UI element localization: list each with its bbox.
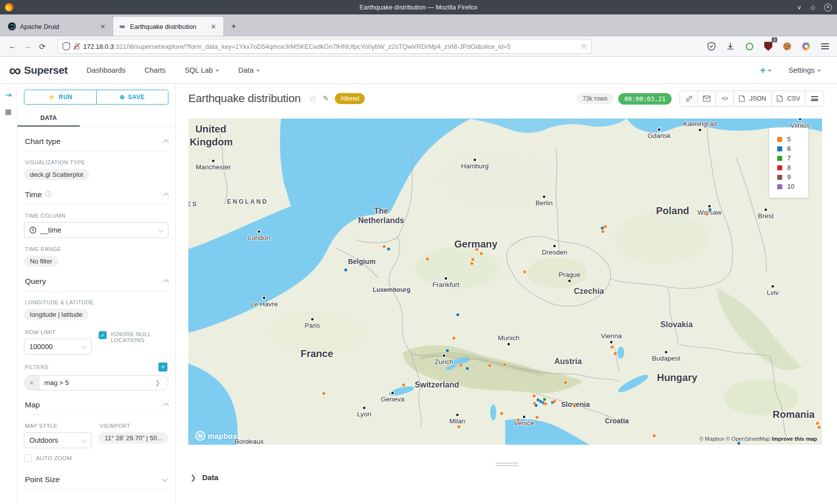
map-legend: 5678910 bbox=[769, 128, 808, 198]
legend-label: 8 bbox=[787, 164, 791, 171]
nav-settings[interactable]: Settings bbox=[789, 66, 821, 74]
chevron-right-icon[interactable]: ❯ bbox=[155, 379, 168, 386]
remove-filter-icon[interactable]: ✕ bbox=[24, 376, 39, 390]
legend-swatch bbox=[777, 184, 782, 189]
nav-sql-lab[interactable]: SQL Lab bbox=[185, 66, 220, 74]
scatter-point bbox=[344, 268, 347, 271]
browser-tab-apache-druid[interactable]: Apache Druid ✕ bbox=[3, 17, 113, 36]
expand-panel-icon[interactable]: ⇥ bbox=[5, 91, 11, 100]
section-chart-type[interactable]: Chart type bbox=[24, 127, 168, 151]
svg-text:x: x bbox=[778, 98, 780, 101]
scatter-point bbox=[471, 258, 474, 261]
chevron-right-icon: ❯ bbox=[190, 474, 196, 482]
section-point-size[interactable]: Point Size bbox=[24, 465, 168, 490]
new-tab-button[interactable]: + bbox=[226, 19, 241, 34]
ignore-null-label2: LOCATIONS bbox=[111, 337, 144, 343]
legend-swatch bbox=[777, 156, 782, 161]
legend-swatch bbox=[777, 175, 782, 180]
tab-close-icon[interactable]: ✕ bbox=[209, 23, 218, 30]
run-button[interactable]: ⚡RUN bbox=[24, 90, 97, 104]
chevron-down-icon bbox=[256, 70, 260, 72]
back-icon[interactable]: ← bbox=[5, 39, 20, 54]
ublock-icon[interactable]: 2 bbox=[761, 39, 775, 53]
edit-properties-icon[interactable]: ✎ bbox=[323, 94, 329, 103]
url-text[interactable]: 172.18.0.3:32108/superset/explore/?form_… bbox=[83, 43, 581, 50]
superset-brand[interactable]: ∞ Superset bbox=[9, 63, 68, 78]
scatter-point bbox=[536, 416, 539, 419]
superset-logo-icon: ∞ bbox=[9, 63, 20, 78]
nav-dashboards[interactable]: Dashboards bbox=[87, 66, 126, 74]
section-time[interactable]: Timeⓘ bbox=[24, 180, 168, 205]
map-canvas[interactable]: UnitedKingdomTheNetherlandsFranceGermany… bbox=[188, 119, 822, 445]
attribution-text: © Mapbox © OpenStreetMap bbox=[699, 436, 770, 442]
share-link-button[interactable] bbox=[680, 91, 698, 106]
section-title: Time bbox=[25, 190, 42, 199]
export-csv-button[interactable]: x.CSV bbox=[772, 91, 806, 106]
chart-menu-button[interactable] bbox=[806, 91, 824, 106]
row-limit-select[interactable]: 100000 bbox=[24, 339, 92, 355]
add-filter-button[interactable]: + bbox=[158, 363, 167, 372]
tracking-shield-icon[interactable] bbox=[62, 42, 70, 51]
tab-close-icon[interactable]: ✕ bbox=[98, 23, 108, 30]
viz-type-value[interactable]: deck.gl Scatterplot bbox=[24, 169, 89, 180]
new-item-button[interactable]: + bbox=[760, 65, 771, 76]
embed-code-button[interactable]: <> bbox=[716, 91, 734, 106]
insecure-lock-icon[interactable] bbox=[73, 43, 80, 50]
nav-charts[interactable]: Charts bbox=[144, 66, 166, 74]
info-icon: ⓘ bbox=[45, 190, 52, 199]
mapbox-logo[interactable]: M mapbox bbox=[195, 431, 237, 441]
cookie-extension-icon[interactable] bbox=[780, 39, 794, 53]
reload-icon[interactable]: ⟳ bbox=[35, 39, 50, 54]
altered-badge[interactable]: Altered bbox=[335, 93, 365, 104]
protections-shield-icon[interactable] bbox=[704, 39, 718, 53]
save-label: SAVE bbox=[128, 94, 145, 101]
filter-chip[interactable]: ✕ mag > 5 ❯ bbox=[24, 375, 168, 390]
export-json-button[interactable]: .JSON bbox=[734, 91, 772, 106]
time-range-value[interactable]: No filter bbox=[24, 255, 58, 267]
window-minimize-icon[interactable]: ∨ bbox=[797, 4, 802, 10]
browser-tab-earthquake[interactable]: ∞ Earthquake distribution ✕ bbox=[113, 17, 223, 36]
chevron-up-icon bbox=[163, 193, 169, 198]
legend-row: 10 bbox=[777, 183, 808, 190]
section-query[interactable]: Query bbox=[24, 267, 168, 291]
scatter-point bbox=[452, 337, 455, 340]
legend-row: 5 bbox=[777, 135, 808, 143]
window-close-icon[interactable]: ✕ bbox=[824, 3, 832, 11]
legend-label: 10 bbox=[787, 183, 794, 190]
resize-grip[interactable] bbox=[495, 461, 518, 468]
viewport-value[interactable]: 11° 28' 29.70" | 50... bbox=[99, 432, 168, 444]
email-button[interactable] bbox=[698, 91, 716, 106]
run-label: RUN bbox=[59, 94, 73, 101]
downloads-icon[interactable] bbox=[723, 39, 737, 53]
section-map[interactable]: Map bbox=[24, 390, 168, 415]
extension-green-icon[interactable] bbox=[742, 39, 756, 53]
scatter-point bbox=[553, 400, 556, 403]
tab-data[interactable]: DATA bbox=[17, 112, 80, 126]
scatter-point bbox=[653, 434, 656, 437]
colorful-extension-icon[interactable] bbox=[799, 39, 813, 53]
mapbox-wordmark: mapbox bbox=[208, 432, 237, 440]
scatter-point bbox=[470, 262, 473, 265]
forward-icon[interactable]: → bbox=[20, 39, 35, 54]
viewport-label: VIEWPORT bbox=[100, 423, 167, 429]
nav-data[interactable]: Data bbox=[238, 66, 260, 74]
lonlat-value[interactable]: longitude | latitude bbox=[24, 309, 88, 320]
menu-hamburger-icon[interactable] bbox=[818, 39, 832, 53]
window-maximize-icon[interactable]: ◇ bbox=[811, 4, 815, 10]
save-button[interactable]: ⊕SAVE bbox=[97, 90, 168, 104]
dataset-grid-icon[interactable]: ▦ bbox=[5, 108, 11, 116]
screen: Earthquake distribution — Mozilla Firefo… bbox=[0, 0, 837, 504]
address-bar[interactable]: 172.18.0.3:32108/superset/explore/?form_… bbox=[58, 39, 592, 54]
scatter-point bbox=[610, 346, 613, 349]
favorite-star-icon[interactable]: ☆ bbox=[309, 93, 317, 104]
improve-map-link[interactable]: Improve this map bbox=[772, 436, 817, 442]
superset-favicon-icon: ∞ bbox=[118, 22, 126, 30]
map-attribution[interactable]: © Mapbox © OpenStreetMap Improve this ma… bbox=[699, 436, 817, 442]
ignore-null-checkbox[interactable]: ✓ bbox=[99, 331, 107, 339]
map-style-select[interactable]: Outdoors bbox=[24, 432, 92, 448]
legend-row: 7 bbox=[777, 154, 808, 162]
data-panel-toggle[interactable]: ❯ Data bbox=[190, 473, 218, 482]
time-column-select[interactable]: __time bbox=[24, 222, 168, 238]
bookmark-star-icon[interactable]: ☆ bbox=[581, 42, 587, 51]
auto-zoom-checkbox[interactable] bbox=[24, 454, 32, 462]
